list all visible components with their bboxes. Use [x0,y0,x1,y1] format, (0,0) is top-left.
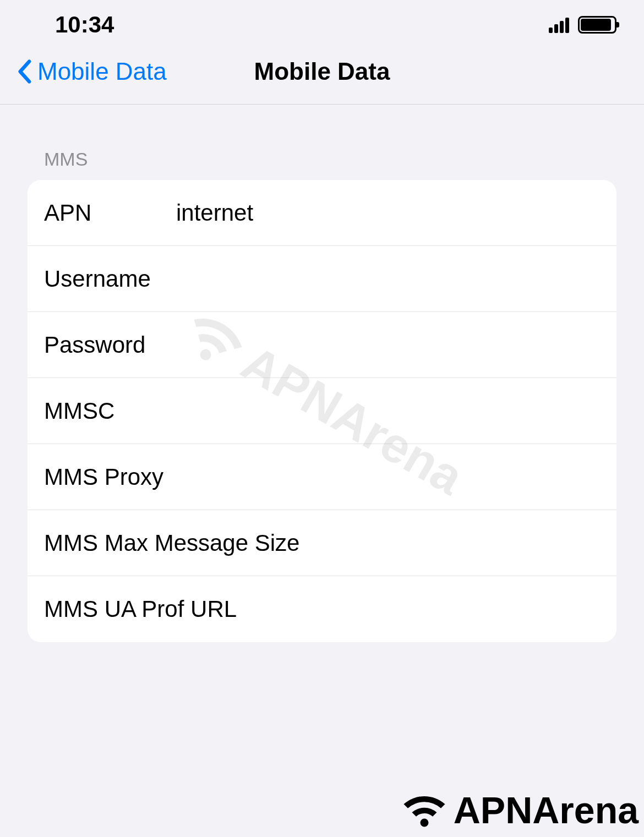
mms-settings-group: APN Username Password MMSC MMS Proxy MMS… [28,180,616,642]
footer-logo-text: APNArena [454,789,638,831]
password-input[interactable] [176,332,600,358]
apn-row[interactable]: APN [28,180,616,246]
content-area: MMS APN Username Password MMSC MMS Proxy… [0,105,644,642]
back-label: Mobile Data [37,58,167,85]
mmsc-row[interactable]: MMSC [28,378,616,444]
mms-proxy-label: MMS Proxy [44,464,176,490]
mms-ua-prof-input[interactable] [237,596,600,622]
username-label: Username [44,266,176,292]
cellular-signal-icon [549,17,569,33]
mmsc-label: MMSC [44,398,176,424]
mmsc-input[interactable] [176,398,600,424]
page-title: Mobile Data [254,58,390,85]
section-header-mms: MMS [44,149,616,170]
username-row[interactable]: Username [28,246,616,312]
mms-ua-prof-label: MMS UA Prof URL [44,596,237,622]
back-button[interactable]: Mobile Data [17,58,167,85]
mms-max-size-input[interactable] [299,530,600,556]
apn-label: APN [44,200,176,226]
mms-proxy-input[interactable] [176,464,600,490]
status-indicators [549,16,616,34]
wifi-icon [400,790,449,831]
username-input[interactable] [176,266,600,292]
mms-ua-prof-row[interactable]: MMS UA Prof URL [28,576,616,642]
footer-logo: APNArena [400,789,638,831]
password-row[interactable]: Password [28,312,616,378]
battery-icon [578,16,616,34]
mms-max-size-row[interactable]: MMS Max Message Size [28,510,616,576]
password-label: Password [44,332,176,358]
status-time: 10:34 [55,12,114,38]
chevron-left-icon [17,59,32,84]
mms-proxy-row[interactable]: MMS Proxy [28,444,616,510]
navigation-bar: Mobile Data Mobile Data [0,50,644,105]
apn-input[interactable] [176,200,600,226]
mms-max-size-label: MMS Max Message Size [44,530,299,556]
status-bar: 10:34 [0,0,644,50]
